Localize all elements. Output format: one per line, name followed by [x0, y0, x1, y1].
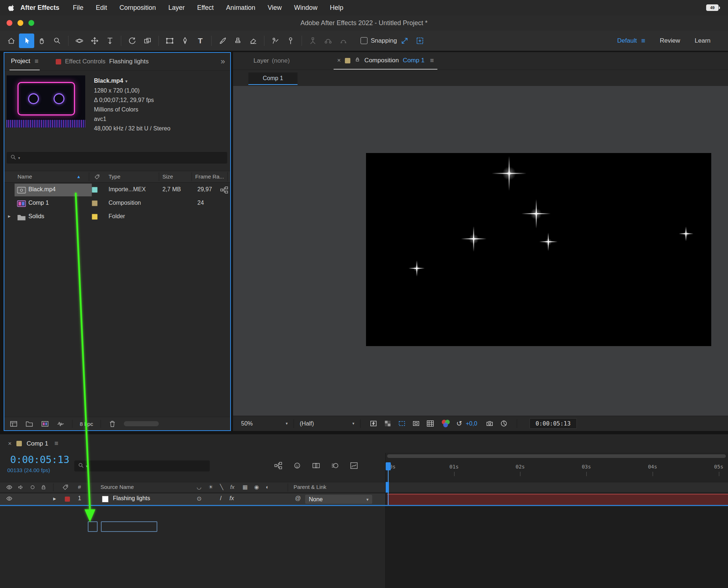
tab-effect-controls[interactable]: Effect Controls Flashing lights	[56, 53, 149, 70]
snapshot-camera-icon[interactable]	[485, 419, 494, 428]
pan-camera-tool[interactable]	[87, 34, 102, 48]
panel-menu-icon[interactable]: ≡	[430, 57, 434, 64]
show-snapshot-icon[interactable]	[500, 419, 508, 428]
timeline-search-input[interactable]: ▾	[74, 460, 210, 471]
eye-icon[interactable]	[6, 495, 13, 503]
tab-overflow-icon[interactable]: »	[221, 57, 225, 66]
time-ruler[interactable]: 0:00s01s02s03s04s05s	[386, 453, 728, 482]
rotation-tool[interactable]	[125, 34, 140, 48]
menu-item-composition[interactable]: Composition	[113, 4, 162, 12]
chevron-down-icon[interactable]: ▾	[125, 79, 127, 84]
menu-item-help[interactable]: Help	[324, 4, 350, 12]
motion-blur-icon[interactable]	[331, 461, 339, 471]
project-row-comp-1[interactable]: Comp 1Composition24	[4, 197, 230, 210]
brush-tool[interactable]	[215, 34, 230, 48]
menu-item-layer[interactable]: Layer	[162, 4, 191, 12]
project-row-black-mp4[interactable]: Black.mp4Importe...MEX2,7 MB29,97	[4, 183, 230, 197]
motion-blur-switch-icon[interactable]: ◉	[254, 484, 259, 490]
zoom-tool[interactable]	[50, 34, 65, 48]
workspace-review[interactable]: Review	[660, 37, 680, 44]
collapse-switch-icon[interactable]: ☀	[208, 484, 213, 490]
menu-item-window[interactable]: Window	[288, 4, 324, 12]
sort-ascending-icon[interactable]: ▲	[76, 174, 81, 179]
layer-row-flashing-lights[interactable]: ▸ 1 Flashing lights ⊙ / fx @ None ▾	[0, 494, 385, 505]
eye-column-icon[interactable]	[6, 484, 13, 492]
fx-badge[interactable]: fx	[229, 495, 234, 502]
app-menu[interactable]: After Effects	[15, 4, 67, 12]
close-window-button[interactable]	[7, 20, 12, 26]
mask-visibility-icon[interactable]	[412, 419, 420, 428]
type-tool[interactable]: T	[193, 34, 208, 48]
snapping-control[interactable]: Snapping	[361, 37, 397, 44]
adjustment-switch-icon[interactable]: ◐	[266, 484, 269, 490]
pen-tool[interactable]	[177, 34, 193, 48]
resolution-dropdown[interactable]: (Half)▾	[300, 420, 354, 427]
trash-icon[interactable]	[108, 420, 117, 428]
hide-shy-layers-icon[interactable]	[293, 461, 302, 471]
label-chip[interactable]	[92, 200, 98, 206]
parent-link-column[interactable]: Parent & Link	[294, 484, 326, 490]
current-time-indicator-handle[interactable]	[386, 462, 391, 470]
close-tab-icon[interactable]: ×	[337, 57, 341, 64]
interpret-footage-icon[interactable]	[220, 186, 228, 196]
dolly-camera-tool[interactable]	[102, 34, 118, 48]
audio-column-icon[interactable]	[17, 484, 24, 492]
tab-comp-1[interactable]: Comp 1	[27, 440, 48, 447]
solo-column-icon[interactable]	[29, 484, 36, 492]
new-composition-icon[interactable]	[41, 420, 49, 428]
source-name-column[interactable]: Source Name	[101, 484, 134, 490]
project-search-input[interactable]: ▾	[7, 152, 227, 164]
exposure-value[interactable]: +0,0	[466, 420, 477, 427]
pick-whip-icon[interactable]: @	[295, 495, 301, 502]
new-folder-icon[interactable]	[25, 420, 34, 428]
panel-menu-icon[interactable]: ≡	[35, 58, 39, 65]
tab-layer-viewer[interactable]: Layer (none)	[253, 52, 290, 70]
snapping-checkbox[interactable]	[361, 37, 367, 44]
frame-blending-icon[interactable]	[312, 461, 320, 471]
home-button[interactable]	[4, 34, 19, 48]
column-type[interactable]: Type	[109, 173, 121, 180]
lock-icon[interactable]	[354, 56, 361, 64]
menu-item-edit[interactable]: Edit	[90, 4, 113, 12]
menu-item-animation[interactable]: Animation	[220, 4, 261, 12]
expander-icon[interactable]: ▸	[8, 213, 11, 219]
region-of-interest-icon[interactable]	[398, 419, 406, 428]
minimize-window-button[interactable]	[17, 20, 23, 26]
rectangle-mask-tool[interactable]	[162, 34, 177, 48]
label-chip[interactable]	[92, 214, 98, 220]
menu-item-effect[interactable]: Effect	[191, 4, 220, 12]
tab-project[interactable]: Project ≡	[9, 53, 40, 70]
project-row-solids[interactable]: ▸SolidsFolder	[4, 210, 230, 224]
lock-column-icon[interactable]	[40, 484, 47, 492]
zoom-window-button[interactable]	[28, 20, 34, 26]
layer-name[interactable]: Flashing lights	[113, 495, 150, 502]
fx-switch-icon[interactable]: fx	[230, 484, 235, 490]
guides-grid-icon[interactable]	[426, 419, 434, 428]
apple-menu-icon[interactable]	[8, 4, 15, 12]
vertex-tool[interactable]	[320, 34, 336, 48]
project-flowchart-icon[interactable]	[9, 420, 18, 428]
column-frame-rate[interactable]: Frame Ra...	[195, 173, 224, 180]
layer-label-chip[interactable]	[65, 497, 70, 502]
magnification-dropdown[interactable]: 50%▾	[241, 420, 288, 427]
footage-filename[interactable]: Black.mp4	[94, 78, 123, 84]
orbit-camera-tool[interactable]	[72, 34, 87, 48]
workspace-default[interactable]: Default ≡	[617, 37, 645, 45]
pan-behind-tool[interactable]	[140, 34, 155, 48]
snap-to-features-icon[interactable]	[412, 34, 428, 48]
composition-canvas[interactable]	[366, 153, 711, 346]
snap-along-edges-icon[interactable]	[397, 34, 412, 48]
fast-previews-icon[interactable]	[369, 419, 378, 428]
puppet-pin-tool[interactable]	[283, 34, 298, 48]
viewer-timecode[interactable]: 0:00:05:13	[530, 418, 577, 429]
layer-duration-bar[interactable]	[387, 494, 728, 505]
quality-switch-icon[interactable]: ╲	[220, 484, 223, 490]
close-tab-icon[interactable]: ×	[8, 440, 12, 447]
av-feature-icon[interactable]: ⊙	[197, 495, 201, 502]
frame-blend-switch-icon[interactable]: ▦	[243, 484, 248, 490]
menu-item-file[interactable]: File	[67, 4, 90, 12]
tab-composition-viewer[interactable]: × Composition Comp 1 ≡	[334, 52, 437, 70]
current-timecode[interactable]: 0:00:05:13	[10, 454, 70, 465]
layer-number-column[interactable]: #	[78, 484, 81, 490]
column-name[interactable]: Name	[17, 173, 32, 180]
